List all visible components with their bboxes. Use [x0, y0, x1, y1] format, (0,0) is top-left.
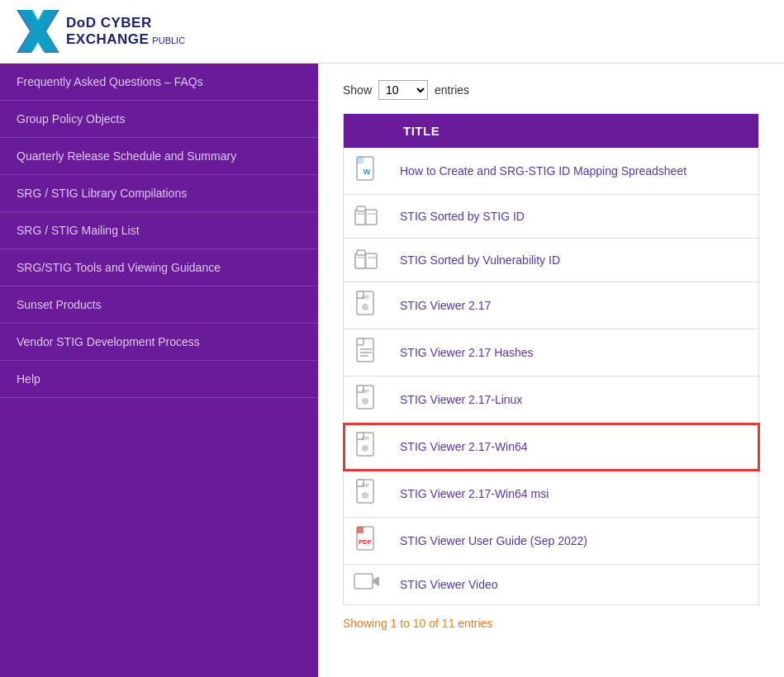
svg-rect-22 [357, 338, 363, 345]
table-row: W How to Create and SRG-STIG ID Mapping … [344, 148, 759, 195]
svg-marker-42 [373, 576, 379, 586]
table-row: ZIP STIG Viewer 2.17-Win64 msi [344, 471, 759, 518]
sidebar-item-srg-stig-library[interactable]: SRG / STIG Library Compilations [0, 175, 318, 212]
svg-text:ZIP: ZIP [361, 389, 368, 394]
svg-point-37 [362, 492, 368, 499]
header: DoD CYBER EXCHANGE PUBLIC [0, 0, 784, 64]
table-header-icon [344, 114, 391, 149]
sidebar-item-sunset-products[interactable]: Sunset Products [0, 286, 318, 324]
svg-text:ZIP: ZIP [361, 436, 368, 441]
svg-rect-41 [354, 574, 373, 589]
table-row: STIG Sorted by STIG ID [344, 195, 759, 239]
file-title-link[interactable]: How to Create and SRG-STIG ID Mapping Sp… [400, 164, 687, 178]
file-title-cell: STIG Sorted by Vulnerability ID [390, 239, 759, 282]
file-title-link[interactable]: STIG Viewer 2.17 [400, 299, 491, 312]
file-icon-cell [344, 565, 391, 605]
table-row: PDF STIG Viewer User Guide (Sep 2022) [344, 518, 759, 565]
sidebar-item-tools[interactable]: SRG/STIG Tools and Viewing Guidance [0, 249, 318, 286]
file-title-link[interactable]: STIG Viewer 2.17 Hashes [400, 346, 534, 359]
file-title-cell: STIG Viewer 2.17 [390, 282, 759, 329]
svg-rect-39 [357, 527, 363, 533]
file-title-cell: STIG Viewer 2.17 Hashes [390, 329, 759, 376]
file-icon-cell: PDF [344, 518, 391, 565]
svg-text:ZIP: ZIP [361, 483, 368, 488]
sidebar-item-group-policy[interactable]: Group Policy Objects [0, 101, 318, 138]
svg-text:W: W [363, 168, 371, 176]
sidebar-item-faqs[interactable]: Frequently Asked Questions – FAQs [0, 64, 318, 101]
logo-exchange: EXCHANGE [66, 31, 149, 48]
file-title-link[interactable]: STIG Viewer 2.17-Linux [400, 393, 522, 406]
logo: DoD CYBER EXCHANGE PUBLIC [17, 10, 185, 53]
sidebar-item-vendor-stig[interactable]: Vendor STIG Development Process [0, 324, 318, 361]
file-icon-cell: ZIP [344, 376, 391, 424]
file-title-cell: STIG Sorted by STIG ID [390, 195, 759, 239]
file-icon-cell [344, 239, 391, 282]
logo-text: DoD CYBER EXCHANGE PUBLIC [66, 15, 185, 49]
file-title-cell: STIG Viewer 2.17-Win64 msi [390, 471, 759, 518]
files-table: TITLE W How to Create and SRG-STIG ID Ma… [343, 113, 759, 605]
file-title-link[interactable]: STIG Viewer Video [400, 578, 498, 591]
file-title-cell: STIG Viewer 2.17-Win64 [390, 424, 759, 471]
svg-rect-3 [357, 157, 363, 163]
sidebar: Frequently Asked Questions – FAQs Group … [0, 64, 318, 677]
logo-icon [17, 10, 59, 53]
table-row: ZIP STIG Viewer 2.17-Linux [344, 376, 759, 424]
table-row: ZIP STIG Viewer 2.17-Win64 [344, 424, 759, 471]
file-title-cell: STIG Viewer Video [390, 565, 759, 605]
file-title-link[interactable]: STIG Sorted by Vulnerability ID [400, 253, 560, 267]
sidebar-item-quarterly-release[interactable]: Quarterly Release Schedule and Summary [0, 138, 318, 175]
file-title-cell: STIG Viewer 2.17-Linux [390, 376, 759, 424]
showing-text: Showing 1 to 10 of 11 entries [343, 617, 759, 630]
content-area: Show 10 25 50 100 entries TITLE W How to [318, 64, 784, 677]
svg-text:PDF: PDF [359, 538, 372, 546]
file-title-link[interactable]: STIG Viewer 2.17-Win64 msi [400, 487, 549, 500]
main-layout: Frequently Asked Questions – FAQs Group … [0, 64, 784, 677]
entries-select[interactable]: 10 25 50 100 [378, 80, 428, 100]
file-icon-cell: ZIP [344, 424, 391, 471]
show-entries-row: Show 10 25 50 100 entries [343, 80, 759, 100]
svg-text:ZIP: ZIP [361, 295, 368, 300]
file-icon-cell: W [344, 148, 391, 195]
logo-dod: DoD CYBER [66, 15, 152, 31]
svg-rect-13 [357, 250, 365, 255]
svg-rect-7 [357, 206, 365, 211]
file-title-cell: STIG Viewer User Guide (Sep 2022) [390, 518, 759, 565]
table-header-title: TITLE [390, 114, 759, 149]
table-row: STIG Sorted by Vulnerability ID [344, 239, 759, 282]
svg-marker-1 [20, 10, 56, 51]
file-title-link[interactable]: STIG Viewer User Guide (Sep 2022) [400, 534, 587, 547]
file-title-link[interactable]: STIG Viewer 2.17-Win64 [400, 440, 528, 453]
file-icon-cell: ZIP [344, 471, 391, 518]
show-label: Show [343, 83, 372, 97]
logo-public: PUBLIC [152, 36, 185, 46]
svg-point-33 [362, 445, 368, 452]
entries-label: entries [435, 83, 469, 97]
svg-point-29 [362, 398, 368, 405]
svg-point-20 [362, 304, 368, 310]
table-row: ZIP STIG Viewer 2.17 [344, 282, 759, 329]
table-row: STIG Viewer Video [344, 565, 759, 605]
sidebar-item-mailing-list[interactable]: SRG / STIG Mailing List [0, 212, 318, 249]
table-header-row: TITLE [344, 114, 759, 149]
file-title-link[interactable]: STIG Sorted by STIG ID [400, 210, 525, 223]
file-icon-cell: ZIP [344, 282, 391, 329]
sidebar-item-help[interactable]: Help [0, 361, 318, 398]
file-icon-cell [344, 329, 391, 376]
table-row: STIG Viewer 2.17 Hashes [344, 329, 759, 376]
file-title-cell: How to Create and SRG-STIG ID Mapping Sp… [390, 148, 759, 195]
file-icon-cell [344, 195, 391, 239]
